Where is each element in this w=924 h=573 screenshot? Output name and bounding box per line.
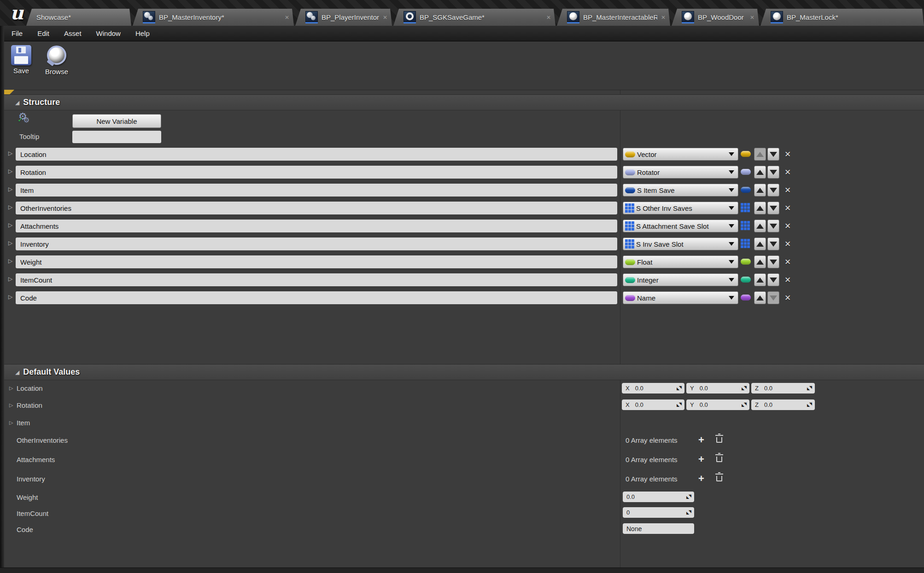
move-up-button[interactable] [754, 255, 766, 268]
expand-arrow-icon[interactable]: ▷ [8, 186, 12, 192]
container-type-icon[interactable] [741, 151, 751, 157]
container-type-icon[interactable] [741, 239, 750, 248]
variable-name-input[interactable] [16, 291, 617, 304]
delete-variable-icon[interactable]: ✕ [782, 148, 793, 161]
container-type-icon[interactable] [741, 169, 751, 175]
add-element-icon[interactable]: + [698, 474, 704, 484]
close-icon[interactable]: ✕ [281, 14, 289, 21]
move-up-button[interactable] [754, 291, 766, 304]
move-down-button[interactable] [767, 184, 779, 197]
new-variable-button[interactable]: New Variable [72, 114, 161, 128]
variable-type-dropdown[interactable]: S Item Save [623, 184, 738, 197]
variable-name-input[interactable] [16, 237, 617, 250]
rotation-z-field[interactable]: Z 0.0 ◥◣ [751, 399, 815, 410]
move-up-button[interactable] [754, 148, 766, 161]
expand-arrow-icon[interactable]: ▷ [9, 420, 13, 425]
variable-type-dropdown[interactable]: Name [623, 291, 738, 304]
menu-help[interactable]: Help [135, 29, 150, 37]
delete-variable-icon[interactable]: ✕ [782, 184, 793, 197]
container-type-icon[interactable] [741, 221, 750, 230]
location-z-field[interactable]: Z 0.0 ◥◣ [751, 383, 815, 394]
menu-asset[interactable]: Asset [64, 29, 82, 37]
move-down-button[interactable] [767, 255, 779, 268]
location-x-field[interactable]: X 0.0 ◥◣ [622, 383, 684, 394]
variable-name-input[interactable] [16, 148, 617, 161]
move-down-button[interactable] [767, 273, 779, 286]
delete-variable-icon[interactable]: ✕ [782, 255, 793, 268]
location-y-field[interactable]: Y 0.0 ◥◣ [686, 383, 749, 394]
tab-bp-masterlock[interactable]: BP_MasterLock* [760, 9, 924, 26]
expand-arrow-icon[interactable]: ▷ [8, 294, 12, 300]
variable-name-input[interactable] [16, 255, 617, 268]
move-down-button[interactable] [767, 202, 779, 214]
expand-arrow-icon[interactable]: ▷ [8, 240, 12, 246]
expand-arrow-icon[interactable]: ▷ [8, 276, 12, 282]
move-up-button[interactable] [754, 237, 766, 250]
save-button[interactable]: Save [11, 45, 31, 75]
delete-variable-icon[interactable]: ✕ [782, 237, 793, 250]
variable-name-input[interactable] [16, 202, 617, 214]
tab-bp-sgksavegame[interactable]: BP_SGKSaveGame* ✕ [393, 9, 556, 26]
tab-bp-wooddoor[interactable]: BP_WoodDoor ✕ [672, 9, 759, 26]
add-element-icon[interactable]: + [698, 435, 704, 445]
move-down-button[interactable] [767, 148, 779, 161]
trash-icon[interactable] [716, 437, 722, 443]
move-up-button[interactable] [754, 166, 766, 179]
trash-icon[interactable] [716, 457, 722, 462]
tooltip-input[interactable] [72, 131, 161, 143]
close-icon[interactable]: ✕ [746, 14, 754, 21]
variable-name-input[interactable] [16, 184, 617, 197]
default-values-section-header[interactable]: ◢ Default Values [4, 364, 924, 380]
variable-name-input[interactable] [16, 166, 617, 179]
expand-arrow-icon[interactable]: ▷ [8, 168, 12, 174]
variable-type-dropdown[interactable]: S Inv Save Slot [623, 237, 738, 250]
variable-type-dropdown[interactable]: S Attachment Save Slot [623, 220, 738, 232]
structure-section-header[interactable]: ◢ Structure [4, 94, 924, 110]
expand-arrow-icon[interactable]: ▷ [9, 386, 13, 391]
trash-icon[interactable] [716, 476, 722, 481]
tab-bp-playerinventory[interactable]: BP_PlayerInventory ✕ [295, 9, 392, 26]
close-icon[interactable]: ✕ [379, 14, 387, 21]
variable-name-input[interactable] [16, 273, 617, 286]
variable-type-dropdown[interactable]: Rotator [623, 166, 738, 179]
tab-showcase[interactable]: Showcase* [26, 9, 131, 26]
tab-bp-masterinventory[interactable]: BP_MasterInventory* ✕ [133, 9, 294, 26]
menu-file[interactable]: File [12, 29, 23, 37]
itemcount-field[interactable]: 0 ◥◣ [623, 507, 694, 518]
variable-type-dropdown[interactable]: S Other Inv Saves [623, 202, 738, 214]
move-down-button[interactable] [767, 166, 779, 179]
rotation-y-field[interactable]: Y 0.0 ◥◣ [686, 399, 749, 410]
tab-bp-masterinteractable[interactable]: BP_MasterInteractableRes ✕ [557, 9, 670, 26]
variable-name-input[interactable] [16, 220, 617, 232]
move-down-button[interactable] [767, 237, 779, 250]
variable-type-dropdown[interactable]: Integer [623, 273, 738, 286]
close-icon[interactable]: ✕ [543, 14, 551, 21]
add-element-icon[interactable]: + [698, 454, 704, 464]
variable-type-dropdown[interactable]: Vector [623, 148, 738, 161]
delete-variable-icon[interactable]: ✕ [782, 202, 793, 214]
delete-variable-icon[interactable]: ✕ [782, 273, 793, 286]
move-up-button[interactable] [754, 202, 766, 214]
weight-field[interactable]: 0.0 ◥◣ [623, 492, 694, 502]
close-icon[interactable]: ✕ [657, 14, 666, 21]
container-type-icon[interactable] [741, 259, 751, 265]
rotation-x-field[interactable]: X 0.0 ◥◣ [622, 399, 684, 410]
code-field[interactable]: None [623, 523, 694, 534]
expand-arrow-icon[interactable]: ▷ [9, 403, 13, 408]
delete-variable-icon[interactable]: ✕ [782, 220, 793, 232]
move-down-button[interactable] [767, 220, 779, 232]
move-up-button[interactable] [754, 184, 766, 197]
browse-button[interactable]: Browse [45, 45, 68, 75]
container-type-icon[interactable] [741, 187, 751, 193]
menu-window[interactable]: Window [96, 29, 121, 37]
delete-variable-icon[interactable]: ✕ [782, 291, 793, 304]
expand-arrow-icon[interactable]: ▷ [8, 204, 12, 210]
move-down-button[interactable] [767, 291, 779, 304]
variable-type-dropdown[interactable]: Float [623, 255, 738, 268]
delete-variable-icon[interactable]: ✕ [782, 166, 793, 179]
expand-arrow-icon[interactable]: ▷ [8, 150, 12, 156]
expand-arrow-icon[interactable]: ▷ [8, 222, 12, 228]
container-type-icon[interactable] [741, 295, 751, 301]
expand-arrow-icon[interactable]: ▷ [8, 258, 12, 264]
move-up-button[interactable] [754, 220, 766, 232]
